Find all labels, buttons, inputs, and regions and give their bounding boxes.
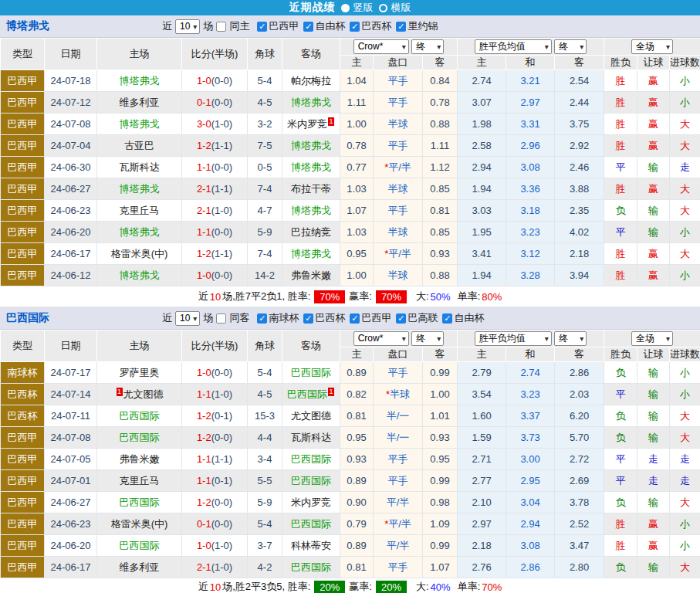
match-score: 1-2(1-1): [182, 135, 248, 157]
wdl-average-select[interactable]: 胜平负均值▾: [475, 331, 552, 346]
win-avg-odds: 3.54: [458, 384, 506, 405]
result-handicap: 赢: [637, 265, 670, 286]
same-venue-label: 同客: [229, 311, 249, 325]
win-avg-odds: 1.94: [458, 265, 506, 286]
odds-select-cell: Crow*▾ 终▾: [340, 39, 458, 56]
topbar: 近期战绩 竖版 横版: [0, 0, 700, 15]
win-rate-badge: 20%: [314, 581, 345, 593]
odds-company-select[interactable]: Crow*▾: [353, 39, 409, 54]
result-handicap: 输: [637, 492, 670, 513]
result-handicap: 赢: [637, 135, 670, 157]
match-type: 巴西甲: [1, 449, 45, 470]
corner-score: 5-9: [248, 222, 282, 243]
league-checkbox[interactable]: ✓: [303, 313, 313, 324]
wdl-average-select[interactable]: 胜平负均值▾: [475, 39, 552, 54]
league-filter[interactable]: ✓南球杯: [257, 311, 299, 325]
away-odds: 0.95: [423, 449, 458, 470]
league-checkbox[interactable]: ✓: [396, 313, 406, 324]
home-team: 克里丘马: [97, 200, 182, 222]
horizontal-layout-radio[interactable]: [379, 4, 387, 12]
final-odds-select[interactable]: 终▾: [411, 331, 444, 346]
col-goals: 进球数: [670, 56, 700, 70]
result-goals: 大: [670, 405, 700, 427]
handicap-line: 平手: [374, 92, 423, 114]
league-label: 巴西甲: [269, 19, 299, 33]
team-name: 巴西国际: [0, 311, 162, 325]
final-wdl-select[interactable]: 终▾: [554, 39, 587, 54]
summary-count: 10: [210, 581, 221, 593]
full-match-select[interactable]: 全场▾: [631, 39, 673, 54]
match-score: 1-2(1-1): [182, 243, 248, 265]
league-filter[interactable]: ✓巴西杯: [303, 311, 345, 325]
corner-score: 5-9: [248, 492, 282, 513]
result-goals: 小: [670, 513, 700, 535]
match-type: 巴西甲: [1, 265, 45, 286]
league-label: 自由杯: [315, 19, 345, 33]
home-team: 格雷米奥(中): [97, 243, 182, 265]
final-odds-select[interactable]: 终▾: [411, 39, 444, 54]
recent-count-select[interactable]: 10▾: [175, 311, 200, 326]
league-filter-group: ✓巴西甲✓自由杯✓巴西杯✓里约锦: [252, 19, 438, 33]
handicap-rate-label: 赢率:: [349, 580, 372, 593]
home-odds: 0.79: [340, 513, 374, 535]
result-goals: 小: [670, 222, 700, 243]
final-wdl-select[interactable]: 终▾: [554, 331, 587, 346]
result-handicap: 赢: [637, 178, 670, 200]
match-row: 巴西甲 24-06-12 博塔弗戈 1-0(0-0) 14-2 弗鲁米嫩 1.0…: [1, 265, 700, 286]
league-filter[interactable]: ✓自由杯: [442, 311, 484, 325]
lose-avg-odds: 2.54: [555, 70, 604, 92]
league-checkbox[interactable]: ✓: [350, 22, 360, 32]
col-away: 客场: [282, 330, 340, 362]
result-handicap: 赢: [637, 513, 670, 535]
single-label: 单率:: [458, 580, 481, 593]
result-goals: 小: [670, 535, 700, 557]
lose-avg-odds: 4.02: [555, 222, 604, 243]
league-filter[interactable]: ✓巴西甲: [350, 311, 391, 325]
odds-company-select[interactable]: Crow*▾: [353, 331, 409, 346]
result-wdl: 平: [604, 470, 637, 492]
same-venue-checkbox[interactable]: [216, 22, 226, 32]
lose-avg-odds: 5.70: [555, 427, 604, 449]
home-odds: 0.78: [340, 135, 374, 157]
chevron-down-icon: ▾: [580, 42, 583, 51]
draw-avg-odds: 3.08: [506, 157, 555, 178]
league-filter[interactable]: ✓自由杯: [303, 19, 345, 33]
vertical-layout-label[interactable]: 竖版: [353, 1, 374, 15]
league-filter[interactable]: ✓里约锦: [396, 19, 438, 33]
league-checkbox[interactable]: ✓: [396, 22, 406, 32]
vertical-layout-radio[interactable]: [341, 4, 350, 12]
record-summary-botafogo: 近10场,胜7平2负1, 胜率: 70% 赢率: 70% 大:50% 单率:80…: [0, 286, 700, 307]
league-filter[interactable]: ✓巴西甲: [257, 19, 299, 33]
league-checkbox[interactable]: ✓: [442, 313, 452, 324]
same-venue-checkbox[interactable]: [216, 313, 226, 324]
away-team: 巴拉纳竞: [282, 222, 340, 243]
col-score: 比分(半场): [182, 330, 248, 362]
league-checkbox[interactable]: ✓: [303, 22, 313, 32]
win-avg-odds: 1.95: [458, 222, 506, 243]
recent-count-select[interactable]: 10▾: [175, 19, 200, 34]
league-checkbox[interactable]: ✓: [257, 313, 267, 324]
draw-avg-odds: 3.04: [506, 492, 555, 513]
rank-badge: 1: [117, 388, 123, 396]
match-date: 24-07-01: [45, 470, 97, 492]
single-label: 单率:: [458, 290, 481, 303]
match-date: 24-06-20: [45, 535, 97, 557]
league-checkbox[interactable]: ✓: [350, 313, 360, 324]
result-handicap: 赢: [637, 70, 670, 92]
league-filter[interactable]: ✓巴高联: [396, 311, 438, 325]
league-checkbox[interactable]: ✓: [257, 22, 267, 32]
handicap-line: *平/半: [374, 243, 423, 265]
lose-avg-odds: 3.75: [555, 114, 604, 135]
col-date: 日期: [45, 39, 97, 70]
win-avg-odds: 3.03: [458, 200, 506, 222]
match-score: 1-1(1-1): [182, 449, 248, 470]
chevron-down-icon: ▾: [666, 334, 670, 343]
match-row: 巴西甲 24-07-04 古亚巴 1-2(1-1) 7-5 博塔弗戈 0.78 …: [1, 135, 700, 157]
league-filter[interactable]: ✓巴西杯: [350, 19, 391, 33]
match-score: 2-1(1-0): [182, 200, 248, 222]
full-match-select[interactable]: 全场▾: [631, 331, 673, 346]
chevron-down-icon: ▾: [193, 22, 197, 31]
matches-table-internacional: 类型 日期 主场 比分(半场) 角球 客场 Crow*▾ 终▾ 胜平负均值▾ 终…: [0, 330, 700, 578]
away-team: 米内罗竞: [282, 492, 340, 513]
horizontal-layout-label[interactable]: 横版: [391, 1, 411, 15]
